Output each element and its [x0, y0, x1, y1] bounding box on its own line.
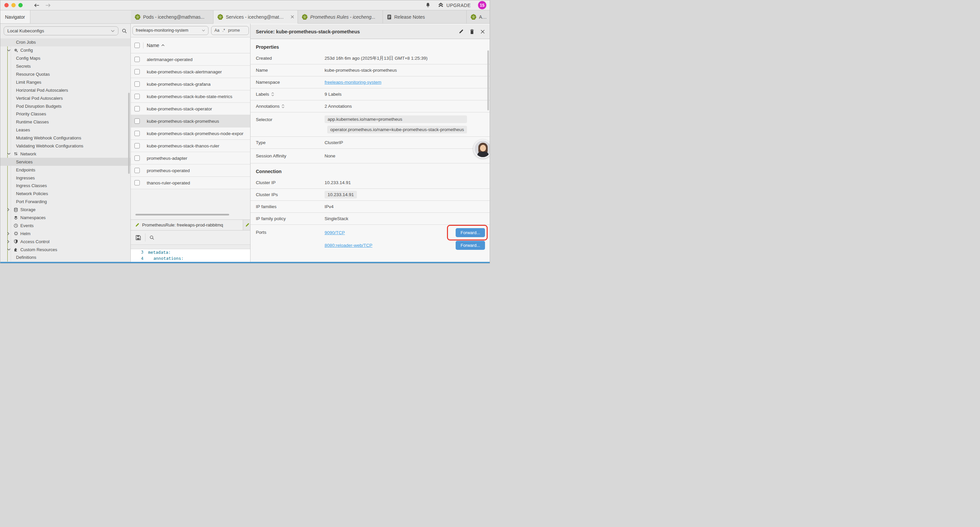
- table-row[interactable]: kube-prometheus-stack-kube-state-metrics: [131, 91, 250, 103]
- list-search-input[interactable]: Aa .* prome: [211, 26, 249, 35]
- property-row-ports: Ports 9090/TCP Forward... 8080:reloader-…: [250, 225, 490, 252]
- table-row[interactable]: kube-prometheus-stack-prometheus-node-ex…: [131, 127, 250, 140]
- table-row[interactable]: kube-prometheus-stack-alertmanager: [131, 66, 250, 78]
- tab-navigator[interactable]: Navigator: [0, 10, 30, 23]
- editor-tab-partial[interactable]: [243, 220, 250, 230]
- row-checkbox[interactable]: [134, 118, 140, 124]
- save-icon[interactable]: [135, 235, 141, 240]
- minimize-window-button[interactable]: [11, 3, 16, 7]
- sidebar-item-definitions[interactable]: Definitions: [0, 253, 130, 261]
- namespace-selector[interactable]: freeleaps-monitoring-system: [132, 26, 208, 35]
- expand-collapse-icon[interactable]: [282, 104, 285, 108]
- sidebar-item-namespaces[interactable]: Namespaces: [0, 214, 130, 222]
- sidebar-item-port-forwarding[interactable]: Port Forwarding: [0, 198, 130, 206]
- sidebar-item-events[interactable]: Events: [0, 221, 130, 229]
- sidebar-scrollbar[interactable]: [128, 93, 130, 174]
- sidebar-item-leases[interactable]: Leases: [0, 126, 130, 134]
- table-row[interactable]: thanos-ruler-operated: [131, 177, 250, 189]
- row-checkbox[interactable]: [134, 69, 140, 74]
- table-row[interactable]: prometheus-operated: [131, 164, 250, 177]
- sidebar-item-mutating-webhook-configurations[interactable]: Mutating Webhook Configurations: [0, 134, 130, 142]
- sidebar-item-ingresses[interactable]: Ingresses: [0, 174, 130, 182]
- row-checkbox[interactable]: [134, 131, 140, 136]
- sidebar-item-runtime-classes[interactable]: Runtime Classes: [0, 118, 130, 126]
- sidebar-group-helm[interactable]: Helm: [0, 229, 130, 237]
- horizontal-scrollbar[interactable]: [135, 214, 229, 215]
- port-link[interactable]: 9090/TCP: [325, 230, 345, 235]
- tab-argo[interactable]: Argo Se: [467, 10, 490, 24]
- tab-pods[interactable]: Pods - icecheng@mathmas...: [131, 10, 213, 24]
- sidebar-item-resource-quotas[interactable]: Resource Quotas: [0, 70, 130, 78]
- delete-trash-icon[interactable]: [470, 29, 474, 34]
- editor-search-icon[interactable]: [150, 235, 154, 240]
- row-checkbox[interactable]: [134, 180, 140, 185]
- table-row-selected[interactable]: kube-prometheus-stack-prometheus: [131, 115, 250, 127]
- sidebar-item-config-maps[interactable]: Config Maps: [0, 54, 130, 62]
- chevron-down-icon[interactable]: [7, 49, 11, 52]
- sidebar-item-ingress-classes[interactable]: Ingress Classes: [0, 182, 130, 190]
- row-checkbox[interactable]: [134, 143, 140, 148]
- sidebar-group-network[interactable]: Network: [0, 150, 130, 158]
- editor-tab-prometheusrule[interactable]: PrometheusRule: freeleaps-prod-rabbitmq: [131, 220, 243, 230]
- zoom-window-button[interactable]: [18, 3, 23, 7]
- namespace-link[interactable]: freeleaps-monitoring-system: [325, 80, 381, 85]
- property-value[interactable]: 9 Labels: [325, 92, 342, 97]
- sidebar-item-services[interactable]: Services: [0, 158, 130, 166]
- edit-pencil-icon[interactable]: [459, 29, 464, 34]
- close-tab-icon[interactable]: [291, 15, 294, 19]
- sidebar-item-vertical-pod-autoscalers[interactable]: Vertical Pod Autoscalers: [0, 94, 130, 102]
- sidebar-item-priority-classes[interactable]: Priority Classes: [0, 110, 130, 118]
- sidebar-search-icon[interactable]: [122, 29, 127, 34]
- table-row[interactable]: prometheus-adapter: [131, 152, 250, 164]
- sidebar-group-storage[interactable]: Storage: [0, 206, 130, 214]
- tab-services[interactable]: Services - icecheng@math...: [213, 10, 298, 24]
- forward-port-button[interactable]: Forward...: [456, 241, 485, 250]
- table-row[interactable]: kube-prometheus-stack-thanos-ruler: [131, 140, 250, 152]
- sidebar-item-secrets[interactable]: Secrets: [0, 62, 130, 70]
- sidebar-item-limit-ranges[interactable]: Limit Ranges: [0, 78, 130, 86]
- row-checkbox[interactable]: [134, 94, 140, 99]
- close-panel-icon[interactable]: [480, 29, 485, 34]
- assistant-avatar[interactable]: [473, 139, 490, 158]
- match-case-toggle[interactable]: Aa: [215, 28, 220, 33]
- chevron-down-icon[interactable]: [7, 248, 11, 251]
- chevron-right-icon[interactable]: [7, 232, 11, 236]
- notification-count-badge[interactable]: 15: [478, 1, 486, 10]
- close-window-button[interactable]: [4, 3, 9, 7]
- sidebar-item-pod-disruption-budgets[interactable]: Pod Disruption Budgets: [0, 102, 130, 110]
- sidebar-group-custom-resources[interactable]: Custom Resources: [0, 245, 130, 253]
- row-checkbox[interactable]: [134, 155, 140, 161]
- forward-icon[interactable]: [45, 3, 51, 8]
- sidebar-item-horizontal-pod-autoscalers[interactable]: Horizontal Pod Autoscalers: [0, 86, 130, 94]
- column-header-name[interactable]: Name: [147, 43, 165, 48]
- back-icon[interactable]: [33, 3, 40, 8]
- tab-release-notes[interactable]: Release Notes: [383, 10, 467, 24]
- yaml-editor[interactable]: 3metadata: 4annotations: 5kubectl.kubern…: [131, 249, 250, 262]
- sidebar-item-network-policies[interactable]: Network Policies: [0, 190, 130, 198]
- row-checkbox[interactable]: [134, 81, 140, 87]
- sidebar-item-cron-jobs[interactable]: Cron Jobs: [0, 38, 130, 46]
- sidebar-group-config[interactable]: Config: [0, 46, 130, 54]
- row-checkbox[interactable]: [134, 57, 140, 62]
- table-row[interactable]: kube-prometheus-stack-operator: [131, 103, 250, 115]
- property-value[interactable]: 2 Annotations: [325, 104, 352, 109]
- chevron-right-icon[interactable]: [7, 208, 11, 212]
- sidebar-item-validating-webhook-configurations[interactable]: Validating Webhook Configurations: [0, 142, 130, 150]
- row-checkbox[interactable]: [134, 168, 140, 173]
- expand-collapse-icon[interactable]: [271, 92, 274, 96]
- chevron-down-icon[interactable]: [7, 153, 11, 155]
- port-link[interactable]: 8080:reloader-web/TCP: [325, 243, 372, 248]
- table-row[interactable]: kube-prometheus-stack-grafana: [131, 78, 250, 91]
- details-scrollbar[interactable]: [487, 50, 489, 110]
- notifications-bell-icon[interactable]: [425, 2, 431, 8]
- chevron-right-icon[interactable]: [7, 240, 11, 244]
- kubeconfig-selector[interactable]: Local Kubeconfigs: [4, 26, 118, 35]
- row-checkbox[interactable]: [134, 106, 140, 111]
- regex-toggle[interactable]: .*: [223, 28, 225, 33]
- sidebar-group-access-control[interactable]: Access Control: [0, 237, 130, 245]
- select-all-checkbox[interactable]: [134, 43, 140, 48]
- upgrade-button[interactable]: UPGRADE: [438, 3, 471, 8]
- table-row[interactable]: alertmanager-operated: [131, 53, 250, 66]
- tab-prometheus-rules[interactable]: Prometheus Rules - icecheng...: [298, 10, 383, 24]
- sidebar-item-endpoints[interactable]: Endpoints: [0, 166, 130, 174]
